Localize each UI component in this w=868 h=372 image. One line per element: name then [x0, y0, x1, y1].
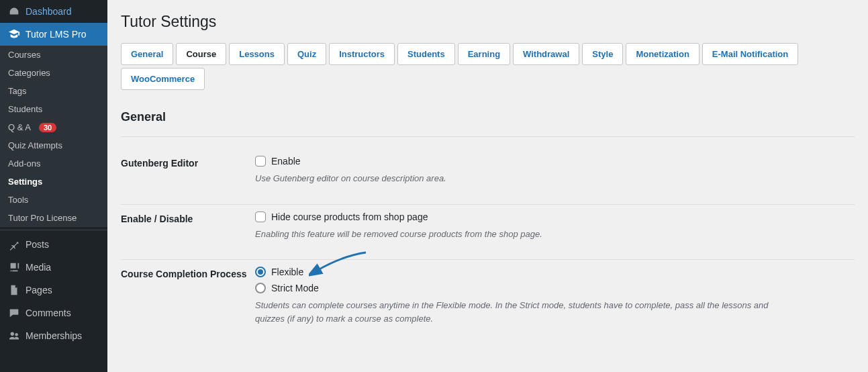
sidebar-item-categories[interactable]: Categories	[0, 64, 107, 82]
sidebar-item-label: Tutor LMS Pro	[26, 29, 87, 40]
sidebar-item-tutor-lms[interactable]: Tutor LMS Pro	[0, 23, 107, 46]
settings-tabs: General Course Lessons Quiz Instructors …	[121, 43, 855, 90]
graduation-cap-icon	[8, 28, 20, 40]
sidebar-item-dashboard[interactable]: Dashboard	[0, 0, 107, 23]
sidebar-item-settings[interactable]: Settings	[0, 173, 107, 191]
sidebar-item-qa[interactable]: Q & A 30	[0, 118, 107, 136]
group-icon	[8, 330, 20, 342]
section-heading: General	[121, 110, 855, 124]
admin-sidebar: Dashboard Tutor LMS Pro Courses Categori…	[0, 0, 107, 372]
completion-flexible-radio[interactable]: Flexible	[255, 267, 855, 277]
field-description: Use Gutenberg editor on course descripti…	[255, 172, 792, 185]
field-description: Enabling this feature will be removed co…	[255, 228, 792, 241]
tab-style[interactable]: Style	[582, 43, 623, 65]
sidebar-divider	[0, 230, 107, 230]
tab-withdrawal[interactable]: Withdrawal	[513, 43, 579, 65]
tab-course[interactable]: Course	[176, 43, 226, 65]
section-divider	[121, 136, 855, 137]
qa-count-badge: 30	[39, 123, 56, 132]
tab-earning[interactable]: Earning	[458, 43, 510, 65]
sidebar-item-label: Comments	[26, 308, 71, 318]
radio-label: Strict Mode	[271, 283, 319, 293]
sidebar-item-students[interactable]: Students	[0, 100, 107, 118]
checkbox-input[interactable]	[255, 212, 266, 222]
field-description: Students can complete courses anytime in…	[255, 299, 792, 325]
gutenberg-enable-checkbox[interactable]: Enable	[255, 156, 855, 167]
sidebar-item-tools[interactable]: Tools	[0, 191, 107, 209]
row-completion: Course Completion Process Flexible Stric…	[121, 260, 855, 344]
checkbox-label: Enable	[271, 156, 301, 167]
radio-input[interactable]	[255, 267, 266, 277]
row-field: Enable Use Gutenberg editor on course de…	[255, 156, 855, 185]
sidebar-item-quiz-attempts[interactable]: Quiz Attempts	[0, 136, 107, 154]
tab-quiz[interactable]: Quiz	[287, 43, 326, 65]
svg-point-1	[15, 333, 18, 336]
checkbox-label: Hide course products from shop page	[271, 212, 428, 222]
page-title: Tutor Settings	[121, 13, 855, 31]
sidebar-item-license[interactable]: Tutor Pro License	[0, 209, 107, 227]
hide-products-checkbox[interactable]: Hide course products from shop page	[255, 212, 855, 222]
sidebar-item-label: Memberships	[26, 330, 82, 341]
checkbox-input[interactable]	[255, 156, 266, 167]
pin-icon	[8, 238, 20, 250]
sidebar-item-courses[interactable]: Courses	[0, 46, 107, 64]
tab-instructors[interactable]: Instructors	[329, 43, 395, 65]
sidebar-item-label: Media	[26, 262, 51, 273]
tab-woocommerce[interactable]: WooCommerce	[121, 68, 205, 90]
sidebar-item-label: Posts	[26, 239, 49, 250]
sidebar-item-media[interactable]: Media	[0, 256, 107, 279]
tab-monetization[interactable]: Monetization	[626, 43, 699, 65]
gauge-icon	[8, 5, 20, 17]
row-enable-disable: Enable / Disable Hide course products fr…	[121, 205, 855, 261]
tab-general[interactable]: General	[121, 43, 173, 65]
tab-lessons[interactable]: Lessons	[229, 43, 285, 65]
tab-students[interactable]: Students	[397, 43, 455, 65]
radio-label: Flexible	[271, 267, 303, 277]
radio-input[interactable]	[255, 283, 266, 293]
sidebar-item-posts[interactable]: Posts	[0, 233, 107, 256]
row-label: Gutenberg Editor	[121, 156, 255, 185]
sidebar-item-addons[interactable]: Add-ons	[0, 154, 107, 173]
sidebar-submenu: Courses Categories Tags Students Q & A 3…	[0, 46, 107, 227]
tab-email[interactable]: E-Mail Notification	[702, 43, 798, 65]
sidebar-item-label: Pages	[26, 285, 52, 295]
sidebar-item-pages[interactable]: Pages	[0, 279, 107, 301]
completion-strict-radio[interactable]: Strict Mode	[255, 283, 855, 293]
svg-point-0	[11, 332, 14, 336]
sidebar-item-comments[interactable]: Comments	[0, 301, 107, 324]
sidebar-item-memberships[interactable]: Memberships	[0, 324, 107, 347]
row-field: Hide course products from shop page Enab…	[255, 212, 855, 241]
row-label: Course Completion Process	[121, 267, 255, 325]
sidebar-item-tags[interactable]: Tags	[0, 82, 107, 100]
sidebar-item-label: Dashboard	[26, 6, 72, 17]
row-field: Flexible Strict Mode Students can comple…	[255, 267, 855, 325]
row-gutenberg: Gutenberg Editor Enable Use Gutenberg ed…	[121, 149, 855, 205]
comment-icon	[8, 307, 20, 319]
page-icon	[8, 284, 20, 296]
row-label: Enable / Disable	[121, 212, 255, 241]
media-icon	[8, 261, 20, 273]
main-content: Tutor Settings General Course Lessons Qu…	[107, 0, 868, 372]
